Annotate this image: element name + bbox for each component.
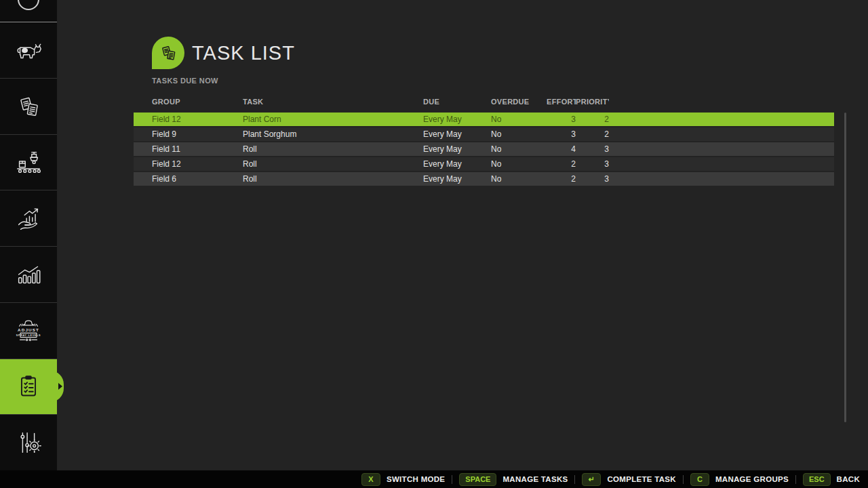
cell-effort: 3 — [547, 129, 576, 139]
sidebar-item-sales[interactable] — [0, 190, 57, 246]
cell-overdue: No — [491, 144, 547, 154]
sidebar-item-top-partial[interactable] — [0, 0, 57, 22]
cell-effort: 3 — [547, 115, 576, 124]
documents-icon — [157, 41, 180, 64]
cell-overdue: No — [491, 159, 547, 169]
cell-due: Every May — [423, 159, 491, 169]
spray-line2: SPRAY LEVELS — [16, 334, 41, 337]
hint-divider — [574, 475, 575, 484]
cell-effort: 2 — [547, 174, 576, 184]
cell-due: Every May — [423, 115, 491, 124]
statistics-bars-icon — [13, 259, 44, 290]
x-key-button[interactable]: X — [361, 473, 380, 486]
cell-group: Field 12 — [134, 159, 243, 169]
sliders-gear-icon — [13, 427, 44, 458]
hint-divider — [795, 475, 796, 484]
cell-priority: 3 — [576, 144, 609, 154]
page-title: TASK LIST — [192, 42, 295, 64]
column-header-task: TASK — [243, 98, 423, 106]
sidebar-item-contracts[interactable] — [0, 78, 57, 134]
cell-priority: 2 — [576, 129, 609, 139]
sidebar: ADJUST SPRAY LEVELS — [0, 0, 57, 470]
adjust-spray-levels-icon: ADJUST SPRAY LEVELS — [13, 315, 44, 346]
enter-key-icon[interactable]: ↵ — [582, 473, 601, 486]
table-header-row: GROUP TASK DUE OVERDUE EFFORT PRIORITY — [134, 98, 834, 106]
spray-line1: ADJUST — [18, 327, 39, 332]
sidebar-item-spray-levels[interactable]: ADJUST SPRAY LEVELS — [0, 302, 57, 359]
column-header-overdue: OVERDUE — [491, 98, 547, 106]
sidebar-item-settings[interactable] — [0, 414, 57, 470]
hint-divider — [683, 475, 684, 484]
cell-priority: 3 — [576, 174, 609, 184]
sidebar-item-animals[interactable] — [0, 22, 57, 78]
column-header-group: GROUP — [134, 98, 243, 106]
column-header-priority: PRIORITY — [576, 98, 609, 106]
hint-label: BACK — [837, 475, 860, 483]
page-icon-badge — [152, 37, 184, 69]
cell-overdue: No — [491, 129, 547, 139]
esc-key-button[interactable]: ESC — [803, 473, 831, 486]
cell-due: Every May — [423, 129, 491, 139]
section-subtitle: TASKS DUE NOW — [152, 77, 218, 85]
selected-tab-arrow-icon — [58, 383, 62, 390]
cell-priority: 3 — [576, 159, 609, 169]
cell-task: Plant Sorghum — [243, 129, 423, 139]
cell-overdue: No — [491, 174, 547, 184]
task-list-screen: ADJUST SPRAY LEVELS — [0, 0, 868, 488]
table-row[interactable]: Field 12 Roll Every May No 2 3 — [134, 157, 834, 171]
cow-icon — [13, 35, 44, 66]
hint-manage-tasks: SPACE MANAGE TASKS — [459, 473, 568, 486]
space-key-button[interactable]: SPACE — [459, 473, 496, 486]
table-row[interactable]: Field 11 Roll Every May No 4 3 — [134, 142, 834, 156]
sidebar-item-statistics[interactable] — [0, 246, 57, 302]
cell-effort: 4 — [547, 144, 576, 154]
cell-task: Plant Corn — [243, 115, 423, 124]
cell-group: Field 11 — [134, 144, 243, 154]
hint-label: MANAGE TASKS — [502, 475, 568, 483]
task-clipboard-icon — [13, 371, 44, 402]
column-header-due: DUE — [423, 98, 491, 106]
sidebar-item-task-list[interactable] — [0, 359, 57, 415]
cell-effort: 2 — [547, 159, 576, 169]
cell-group: Field 9 — [134, 129, 243, 139]
cell-overdue: No — [491, 115, 547, 124]
documents-icon — [13, 91, 44, 122]
cell-task: Roll — [243, 159, 423, 169]
table-row[interactable]: Field 12 Plant Corn Every May No 3 2 — [134, 113, 834, 126]
hint-label: COMPLETE TASK — [607, 475, 675, 483]
key-hint-bar: X SWITCH MODE SPACE MANAGE TASKS ↵ COMPL… — [0, 470, 868, 488]
cell-task: Roll — [243, 144, 423, 154]
production-line-icon — [13, 146, 44, 178]
hint-divider — [452, 475, 452, 484]
hint-label: MANAGE GROUPS — [715, 475, 789, 483]
circle-partial-icon — [18, 0, 39, 10]
table-row[interactable]: Field 9 Plant Sorghum Every May No 3 2 — [134, 127, 834, 141]
column-header-effort: EFFORT — [547, 98, 576, 106]
hand-growth-chart-icon — [13, 203, 44, 234]
hint-complete-task: ↵ COMPLETE TASK — [582, 473, 675, 486]
c-key-button[interactable]: C — [690, 473, 709, 486]
sidebar-item-production[interactable] — [0, 134, 57, 190]
cell-task: Roll — [243, 174, 423, 184]
hint-label: SWITCH MODE — [387, 475, 445, 483]
cell-group: Field 6 — [134, 174, 243, 184]
table-row[interactable]: Field 6 Roll Every May No 2 3 — [134, 172, 834, 186]
cell-group: Field 12 — [134, 115, 243, 124]
hint-back: ESC BACK — [803, 473, 860, 486]
cell-due: Every May — [423, 144, 491, 154]
vertical-scrollbar[interactable] — [844, 113, 846, 422]
cell-priority: 2 — [576, 115, 609, 124]
cell-due: Every May — [423, 174, 491, 184]
hint-switch-mode: X SWITCH MODE — [361, 473, 445, 486]
task-table: Field 12 Plant Corn Every May No 3 2 Fie… — [134, 113, 834, 187]
hint-manage-groups: C MANAGE GROUPS — [690, 473, 789, 486]
